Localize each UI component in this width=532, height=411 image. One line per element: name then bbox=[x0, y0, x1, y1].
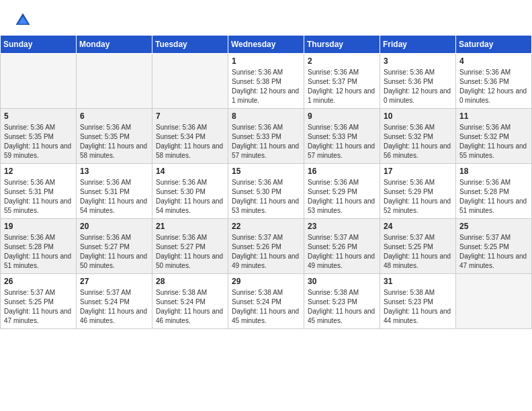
calendar-day-cell: 12Sunrise: 5:36 AMSunset: 5:31 PMDayligh… bbox=[1, 164, 77, 219]
day-number: 6 bbox=[80, 111, 148, 121]
calendar-day-cell: 29Sunrise: 5:38 AMSunset: 5:24 PMDayligh… bbox=[228, 274, 304, 329]
day-number: 25 bbox=[459, 222, 528, 231]
calendar-day-cell: 31Sunrise: 5:38 AMSunset: 5:23 PMDayligh… bbox=[380, 274, 456, 329]
day-number: 7 bbox=[156, 111, 224, 121]
day-number: 22 bbox=[232, 222, 300, 231]
weekday-header: Tuesday bbox=[152, 36, 228, 54]
calendar-day-cell: 10Sunrise: 5:36 AMSunset: 5:32 PMDayligh… bbox=[380, 109, 456, 164]
day-info: Sunrise: 5:36 AMSunset: 5:31 PMDaylight:… bbox=[4, 178, 73, 216]
calendar-week-row: 5Sunrise: 5:36 AMSunset: 5:35 PMDaylight… bbox=[1, 109, 532, 164]
day-number: 31 bbox=[384, 277, 452, 286]
day-info: Sunrise: 5:36 AMSunset: 5:33 PMDaylight:… bbox=[308, 123, 376, 161]
day-info: Sunrise: 5:38 AMSunset: 5:23 PMDaylight:… bbox=[308, 288, 376, 326]
calendar-day-cell bbox=[152, 54, 228, 109]
calendar-day-cell bbox=[77, 54, 152, 109]
day-number: 30 bbox=[308, 277, 376, 286]
weekday-header: Friday bbox=[380, 36, 456, 54]
calendar-day-cell: 13Sunrise: 5:36 AMSunset: 5:31 PMDayligh… bbox=[77, 164, 152, 219]
day-number: 3 bbox=[384, 56, 452, 66]
day-info: Sunrise: 5:37 AMSunset: 5:24 PMDaylight:… bbox=[80, 288, 148, 326]
day-info: Sunrise: 5:36 AMSunset: 5:36 PMDaylight:… bbox=[459, 68, 528, 105]
calendar-day-cell: 6Sunrise: 5:36 AMSunset: 5:35 PMDaylight… bbox=[77, 109, 152, 164]
day-number: 27 bbox=[80, 277, 148, 286]
day-info: Sunrise: 5:38 AMSunset: 5:23 PMDaylight:… bbox=[384, 288, 452, 326]
calendar-day-cell: 16Sunrise: 5:36 AMSunset: 5:29 PMDayligh… bbox=[304, 164, 380, 219]
calendar-day-cell: 22Sunrise: 5:37 AMSunset: 5:26 PMDayligh… bbox=[228, 219, 304, 274]
calendar-day-cell: 23Sunrise: 5:37 AMSunset: 5:26 PMDayligh… bbox=[304, 219, 380, 274]
calendar-day-cell: 19Sunrise: 5:36 AMSunset: 5:28 PMDayligh… bbox=[1, 219, 77, 274]
day-number: 26 bbox=[4, 277, 73, 286]
calendar-header-row: SundayMondayTuesdayWednesdayThursdayFrid… bbox=[1, 36, 532, 54]
logo-icon bbox=[13, 11, 32, 30]
header bbox=[0, 0, 532, 35]
day-number: 8 bbox=[232, 111, 300, 121]
calendar-day-cell: 27Sunrise: 5:37 AMSunset: 5:24 PMDayligh… bbox=[77, 274, 152, 329]
day-info: Sunrise: 5:38 AMSunset: 5:24 PMDaylight:… bbox=[232, 288, 300, 326]
calendar-day-cell: 30Sunrise: 5:38 AMSunset: 5:23 PMDayligh… bbox=[304, 274, 380, 329]
day-number: 16 bbox=[308, 167, 376, 176]
day-number: 10 bbox=[384, 111, 452, 121]
day-info: Sunrise: 5:36 AMSunset: 5:28 PMDaylight:… bbox=[459, 178, 528, 216]
day-info: Sunrise: 5:36 AMSunset: 5:32 PMDaylight:… bbox=[384, 123, 452, 161]
day-number: 14 bbox=[156, 167, 224, 176]
day-number: 9 bbox=[308, 111, 376, 121]
calendar-week-row: 12Sunrise: 5:36 AMSunset: 5:31 PMDayligh… bbox=[1, 164, 532, 219]
day-info: Sunrise: 5:36 AMSunset: 5:29 PMDaylight:… bbox=[384, 178, 452, 216]
calendar-week-row: 1Sunrise: 5:36 AMSunset: 5:38 PMDaylight… bbox=[1, 54, 532, 109]
weekday-header: Wednesday bbox=[228, 36, 304, 54]
calendar-day-cell: 21Sunrise: 5:36 AMSunset: 5:27 PMDayligh… bbox=[152, 219, 228, 274]
day-info: Sunrise: 5:36 AMSunset: 5:29 PMDaylight:… bbox=[308, 178, 376, 216]
calendar-day-cell: 15Sunrise: 5:36 AMSunset: 5:30 PMDayligh… bbox=[228, 164, 304, 219]
weekday-header: Thursday bbox=[304, 36, 380, 54]
day-number: 23 bbox=[308, 222, 376, 231]
day-info: Sunrise: 5:36 AMSunset: 5:34 PMDaylight:… bbox=[156, 123, 224, 161]
day-info: Sunrise: 5:36 AMSunset: 5:32 PMDaylight:… bbox=[459, 123, 528, 161]
calendar-day-cell: 4Sunrise: 5:36 AMSunset: 5:36 PMDaylight… bbox=[456, 54, 532, 109]
weekday-header: Sunday bbox=[1, 36, 77, 54]
calendar-day-cell: 18Sunrise: 5:36 AMSunset: 5:28 PMDayligh… bbox=[456, 164, 532, 219]
logo bbox=[13, 11, 35, 30]
day-number: 1 bbox=[232, 56, 300, 66]
day-number: 28 bbox=[156, 277, 224, 286]
calendar-week-row: 26Sunrise: 5:37 AMSunset: 5:25 PMDayligh… bbox=[1, 274, 532, 329]
calendar-day-cell: 14Sunrise: 5:36 AMSunset: 5:30 PMDayligh… bbox=[152, 164, 228, 219]
day-number: 29 bbox=[232, 277, 300, 286]
day-number: 17 bbox=[384, 167, 452, 176]
calendar-day-cell: 2Sunrise: 5:36 AMSunset: 5:37 PMDaylight… bbox=[304, 54, 380, 109]
day-info: Sunrise: 5:36 AMSunset: 5:36 PMDaylight:… bbox=[384, 68, 452, 105]
day-info: Sunrise: 5:37 AMSunset: 5:25 PMDaylight:… bbox=[4, 288, 73, 326]
day-info: Sunrise: 5:37 AMSunset: 5:25 PMDaylight:… bbox=[459, 233, 528, 271]
calendar-week-row: 19Sunrise: 5:36 AMSunset: 5:28 PMDayligh… bbox=[1, 219, 532, 274]
day-info: Sunrise: 5:36 AMSunset: 5:30 PMDaylight:… bbox=[232, 178, 300, 216]
day-number: 11 bbox=[459, 111, 528, 121]
calendar-day-cell: 3Sunrise: 5:36 AMSunset: 5:36 PMDaylight… bbox=[380, 54, 456, 109]
calendar-day-cell: 1Sunrise: 5:36 AMSunset: 5:38 PMDaylight… bbox=[228, 54, 304, 109]
day-info: Sunrise: 5:36 AMSunset: 5:33 PMDaylight:… bbox=[232, 123, 300, 161]
calendar-day-cell bbox=[456, 274, 532, 329]
calendar-day-cell: 25Sunrise: 5:37 AMSunset: 5:25 PMDayligh… bbox=[456, 219, 532, 274]
day-info: Sunrise: 5:36 AMSunset: 5:31 PMDaylight:… bbox=[80, 178, 148, 216]
day-number: 20 bbox=[80, 222, 148, 231]
day-info: Sunrise: 5:37 AMSunset: 5:25 PMDaylight:… bbox=[384, 233, 452, 271]
day-number: 24 bbox=[384, 222, 452, 231]
calendar-day-cell: 8Sunrise: 5:36 AMSunset: 5:33 PMDaylight… bbox=[228, 109, 304, 164]
day-info: Sunrise: 5:36 AMSunset: 5:35 PMDaylight:… bbox=[80, 123, 148, 161]
day-info: Sunrise: 5:36 AMSunset: 5:28 PMDaylight:… bbox=[4, 233, 73, 271]
weekday-header: Monday bbox=[77, 36, 152, 54]
day-number: 21 bbox=[156, 222, 224, 231]
day-info: Sunrise: 5:36 AMSunset: 5:37 PMDaylight:… bbox=[308, 68, 376, 105]
day-number: 5 bbox=[4, 111, 73, 121]
day-info: Sunrise: 5:38 AMSunset: 5:24 PMDaylight:… bbox=[156, 288, 224, 326]
calendar-day-cell: 17Sunrise: 5:36 AMSunset: 5:29 PMDayligh… bbox=[380, 164, 456, 219]
calendar-day-cell: 24Sunrise: 5:37 AMSunset: 5:25 PMDayligh… bbox=[380, 219, 456, 274]
day-info: Sunrise: 5:36 AMSunset: 5:27 PMDaylight:… bbox=[80, 233, 148, 271]
day-info: Sunrise: 5:36 AMSunset: 5:27 PMDaylight:… bbox=[156, 233, 224, 271]
calendar-day-cell: 26Sunrise: 5:37 AMSunset: 5:25 PMDayligh… bbox=[1, 274, 77, 329]
day-number: 19 bbox=[4, 222, 73, 231]
page-container: SundayMondayTuesdayWednesdayThursdayFrid… bbox=[0, 0, 532, 329]
day-number: 15 bbox=[232, 167, 300, 176]
day-number: 4 bbox=[459, 56, 528, 66]
calendar-day-cell: 7Sunrise: 5:36 AMSunset: 5:34 PMDaylight… bbox=[152, 109, 228, 164]
day-info: Sunrise: 5:36 AMSunset: 5:38 PMDaylight:… bbox=[232, 68, 300, 105]
day-number: 13 bbox=[80, 167, 148, 176]
